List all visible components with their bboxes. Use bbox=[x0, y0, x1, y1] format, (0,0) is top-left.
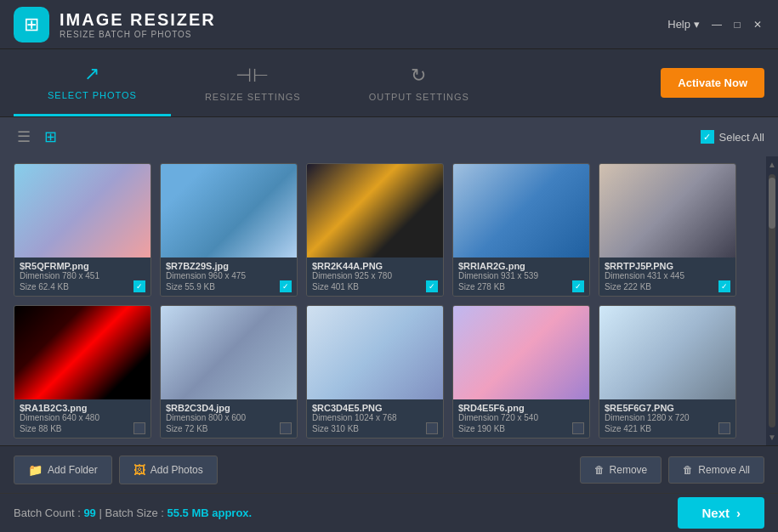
photo-name-6: $RB2C3D4.jpg bbox=[166, 403, 292, 413]
photo-size-6: Size 72 KB bbox=[166, 424, 207, 433]
photo-size-2: Size 401 KB bbox=[312, 282, 359, 291]
app-subtitle: RESIZE BATCH OF PHOTOS bbox=[60, 30, 667, 39]
next-button[interactable]: Next › bbox=[678, 497, 764, 529]
photo-info-9: $RE5F6G7.PNG Dimension 1280 x 720 Size 4… bbox=[599, 399, 735, 438]
photo-info-5: $RA1B2C3.png Dimension 640 x 480 Size 88… bbox=[14, 399, 150, 438]
scroll-up-arrow[interactable]: ▲ bbox=[764, 156, 778, 173]
photo-dimension-5: Dimension 640 x 480 bbox=[20, 413, 145, 422]
photo-dimension-1: Dimension 960 x 475 bbox=[166, 271, 292, 280]
photo-thumbnail-7 bbox=[307, 306, 443, 399]
photo-card-7[interactable]: $RC3D4E5.PNG Dimension 1024 x 768 Size 3… bbox=[306, 305, 444, 439]
photo-thumbnail-5 bbox=[14, 306, 150, 399]
restore-button[interactable]: □ bbox=[730, 18, 744, 31]
photo-checkbox-0[interactable]: ✓ bbox=[133, 280, 145, 292]
photo-checkbox-8[interactable] bbox=[572, 422, 584, 434]
photo-size-0: Size 62.4 KB bbox=[20, 282, 69, 291]
batch-count-value: 99 bbox=[83, 507, 95, 519]
scrollbar[interactable]: ▲ ▼ bbox=[766, 156, 778, 445]
select-photos-icon: ↗ bbox=[84, 63, 100, 85]
photo-checkbox-9[interactable] bbox=[718, 422, 730, 434]
photo-name-0: $R5QFRMP.png bbox=[20, 261, 145, 271]
photo-checkbox-4[interactable]: ✓ bbox=[718, 280, 730, 292]
tab-output-settings[interactable]: ↻ OUTPUT SETTINGS bbox=[335, 49, 503, 116]
photo-card-9[interactable]: $RE5F6G7.PNG Dimension 1280 x 720 Size 4… bbox=[599, 305, 736, 439]
remove-label: Remove bbox=[610, 464, 648, 476]
add-photos-label: Add Photos bbox=[150, 464, 203, 476]
remove-all-button[interactable]: 🗑 Remove All bbox=[668, 456, 764, 484]
photo-name-5: $RA1B2C3.png bbox=[20, 403, 145, 413]
photo-checkbox-5[interactable] bbox=[133, 422, 145, 434]
photo-card-3[interactable]: $RRIAR2G.png Dimension 931 x 539 Size 27… bbox=[452, 163, 590, 297]
photo-dimension-4: Dimension 431 x 445 bbox=[605, 271, 730, 280]
tab-bar: ↗ SELECT PHOTOS ⊣⊢ RESIZE SETTINGS ↻ OUT… bbox=[0, 49, 778, 117]
grid-view-button[interactable]: ⊞ bbox=[41, 126, 60, 148]
photo-name-3: $RRIAR2G.png bbox=[458, 261, 584, 271]
photo-card-8[interactable]: $RD4E5F6.png Dimension 720 x 540 Size 19… bbox=[452, 305, 590, 439]
photo-card-1[interactable]: $R7BZ29S.jpg Dimension 960 x 475 Size 55… bbox=[160, 163, 298, 297]
list-view-button[interactable]: ☰ bbox=[14, 126, 34, 148]
tabs: ↗ SELECT PHOTOS ⊣⊢ RESIZE SETTINGS ↻ OUT… bbox=[14, 49, 661, 116]
photo-thumbnail-3 bbox=[453, 164, 589, 258]
photo-thumbnail-0 bbox=[14, 164, 150, 258]
remove-icon: 🗑 bbox=[594, 464, 605, 476]
resize-settings-icon: ⊣⊢ bbox=[236, 65, 270, 87]
add-folder-button[interactable]: 📁 Add Folder bbox=[14, 456, 112, 484]
batch-size-label: Batch Size : bbox=[105, 507, 167, 519]
photo-size-9: Size 421 KB bbox=[605, 424, 651, 433]
select-all-checkbox[interactable]: ✓ bbox=[701, 130, 714, 144]
photo-thumbnail-8 bbox=[453, 306, 589, 399]
header-right: Help ▾ — □ ✕ bbox=[667, 18, 764, 31]
tab-select-photos[interactable]: ↗ SELECT PHOTOS bbox=[14, 49, 171, 116]
photo-checkbox-1[interactable]: ✓ bbox=[280, 280, 292, 292]
photo-card-5[interactable]: $RA1B2C3.png Dimension 640 x 480 Size 88… bbox=[14, 305, 151, 439]
photo-size-row-0: Size 62.4 KB ✓ bbox=[20, 280, 145, 292]
photo-checkbox-3[interactable]: ✓ bbox=[572, 280, 584, 292]
scroll-down-arrow[interactable]: ▼ bbox=[764, 429, 778, 445]
remove-all-icon: 🗑 bbox=[683, 464, 693, 476]
close-button[interactable]: ✕ bbox=[751, 18, 764, 31]
photo-thumbnail-1 bbox=[161, 164, 297, 258]
scroll-thumb[interactable] bbox=[769, 178, 775, 229]
bottom-action-bar: 📁 Add Folder 🖼 Add Photos 🗑 Remove 🗑 Rem… bbox=[0, 445, 778, 493]
photo-size-4: Size 222 KB bbox=[605, 282, 651, 291]
app-icon: ⊞ bbox=[14, 7, 49, 42]
photo-dimension-0: Dimension 780 x 451 bbox=[20, 271, 145, 280]
tab-resize-settings[interactable]: ⊣⊢ RESIZE SETTINGS bbox=[171, 49, 335, 116]
photo-card-6[interactable]: $RB2C3D4.jpg Dimension 800 x 600 Size 72… bbox=[160, 305, 298, 439]
photo-size-8: Size 190 KB bbox=[458, 424, 505, 433]
photo-card-2[interactable]: $RR2K44A.PNG Dimension 925 x 780 Size 40… bbox=[306, 163, 444, 297]
photo-name-4: $RRTPJ5P.PNG bbox=[605, 261, 730, 271]
photo-info-2: $RR2K44A.PNG Dimension 925 x 780 Size 40… bbox=[307, 258, 443, 296]
photo-size-7: Size 310 KB bbox=[312, 424, 359, 433]
photo-card-4[interactable]: $RRTPJ5P.PNG Dimension 431 x 445 Size 22… bbox=[599, 163, 736, 297]
photo-size-row-7: Size 310 KB bbox=[312, 422, 438, 434]
photo-checkbox-7[interactable] bbox=[426, 422, 438, 434]
status-bar: Batch Count : 99 | Batch Size : 55.5 MB … bbox=[0, 493, 778, 532]
photo-checkbox-6[interactable] bbox=[280, 422, 292, 434]
remove-button[interactable]: 🗑 Remove bbox=[580, 456, 662, 484]
photo-size-row-3: Size 278 KB ✓ bbox=[458, 280, 584, 292]
minimize-button[interactable]: — bbox=[710, 18, 724, 31]
photo-dimension-9: Dimension 1280 x 720 bbox=[605, 413, 730, 422]
photo-thumbnail-9 bbox=[599, 306, 735, 399]
photo-card-0[interactable]: $R5QFRMP.png Dimension 780 x 451 Size 62… bbox=[14, 163, 151, 297]
photo-size-row-8: Size 190 KB bbox=[458, 422, 584, 434]
next-label: Next bbox=[701, 506, 730, 520]
photo-info-3: $RRIAR2G.png Dimension 931 x 539 Size 27… bbox=[453, 258, 589, 296]
app-title-block: IMAGE RESIZER RESIZE BATCH OF PHOTOS bbox=[60, 10, 667, 39]
add-photos-button[interactable]: 🖼 Add Photos bbox=[119, 456, 218, 484]
photo-thumbnail-6 bbox=[161, 306, 297, 399]
photo-dimension-6: Dimension 800 x 600 bbox=[166, 413, 292, 422]
photo-dimension-3: Dimension 931 x 539 bbox=[458, 271, 584, 280]
view-toggle: ☰ ⊞ bbox=[14, 126, 60, 148]
chevron-down-icon: ▾ bbox=[694, 18, 700, 31]
toolbar: ☰ ⊞ ✓ Select All bbox=[0, 117, 778, 156]
photo-icon: 🖼 bbox=[133, 463, 145, 477]
folder-icon: 📁 bbox=[28, 463, 43, 477]
help-button[interactable]: Help ▾ bbox=[667, 18, 700, 31]
output-settings-icon: ↻ bbox=[411, 65, 427, 87]
scroll-track bbox=[769, 174, 775, 427]
photo-checkbox-2[interactable]: ✓ bbox=[426, 280, 438, 292]
activate-now-button[interactable]: Activate Now bbox=[661, 68, 764, 98]
photo-dimension-2: Dimension 925 x 780 bbox=[312, 271, 438, 280]
